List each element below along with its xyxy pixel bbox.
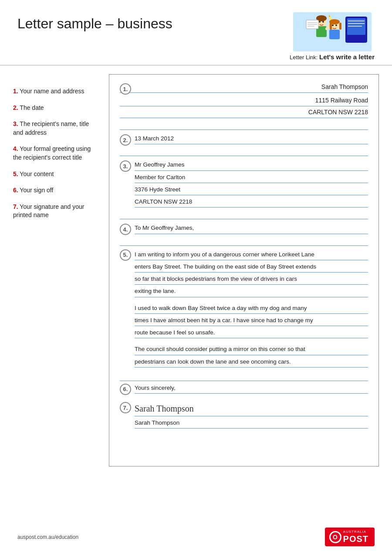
- sender-address1-line: 1115 Railway Road: [120, 97, 368, 106]
- sender-name-line: Sarah Thompson: [120, 83, 368, 93]
- auspost-australia: AUSTRALIA: [343, 530, 368, 534]
- signature-content: Sarah Thompson Sarah Thompson: [135, 402, 368, 431]
- label-num-1: 1.: [13, 88, 18, 95]
- auspost-o-icon: O: [329, 531, 341, 543]
- body-line-7: route because I feel so unsafe.: [135, 328, 368, 338]
- section-3-recipient: 3. Mr Geoffrey James Member for Carlton …: [120, 160, 368, 210]
- circle-2: 2.: [120, 134, 131, 146]
- label-text-4: Your formal greeting using the recipient…: [13, 145, 91, 161]
- label-item-1: 1. Your name and address: [13, 87, 100, 96]
- signature-cursive-line: Sarah Thompson: [135, 402, 368, 416]
- circle-7: 7.: [120, 402, 131, 413]
- label-item-3: 3. The recipient's name, title and addre…: [13, 120, 100, 137]
- label-num-4: 4.: [13, 145, 18, 152]
- date-line: 13 March 2012: [135, 134, 368, 144]
- label-num-2: 2.: [13, 104, 18, 111]
- recipient-address1-line: 3376 Hyde Street: [135, 185, 368, 195]
- recipient-name-line: Mr Geoffrey James: [135, 160, 368, 170]
- label-text-7: Your signature and your printed name: [13, 203, 84, 219]
- label-num-6: 6.: [13, 187, 18, 194]
- body-line-9: pedestrians can look down the lane and s…: [135, 358, 368, 368]
- svg-rect-17: [330, 23, 332, 30]
- body-line-1: I am writing to inform you of a dangerou…: [135, 250, 368, 260]
- svg-rect-15: [329, 30, 340, 39]
- section-2-date: 2. 13 March 2012: [120, 134, 368, 146]
- printed-name-line: Sarah Thompson: [135, 419, 368, 429]
- recipient-content: Mr Geoffrey James Member for Carlton 337…: [135, 160, 368, 210]
- label-text-3: The recipient's name, title and address: [13, 120, 89, 136]
- svg-point-19: [332, 24, 334, 26]
- greeting-line: To Mr Geoffrey James,: [135, 224, 368, 234]
- label-item-5: 5. Your content: [13, 170, 100, 179]
- page-title: Letter sample – business: [17, 16, 172, 32]
- signoff-line: Yours sincerely,: [135, 384, 368, 394]
- label-num-5: 5.: [13, 170, 18, 177]
- labels-panel: 1. Your name and address 2. The date 3. …: [13, 74, 100, 466]
- page-footer: auspost.com.au/education O AUSTRALIA POS…: [0, 528, 392, 546]
- body-line-3: so far that it blocks pedestrians from t…: [135, 275, 368, 285]
- circle-6: 6.: [120, 384, 131, 395]
- recipient-title-line: Member for Carlton: [135, 173, 368, 183]
- label-num-3: 3.: [13, 120, 18, 127]
- body-line-5: I used to walk down Bay Street twice a d…: [135, 304, 368, 314]
- date-content: 13 March 2012: [135, 134, 368, 146]
- label-text-1: Your name and address: [20, 88, 84, 95]
- signature-cursive: Sarah Thompson: [135, 404, 194, 413]
- page-header: Letter sample – business: [0, 0, 392, 65]
- mascot-image: [293, 12, 372, 51]
- label-text-2: The date: [20, 104, 44, 111]
- main-content: 1. Your name and address 2. The date 3. …: [0, 65, 392, 475]
- circle-1: 1.: [120, 83, 131, 95]
- label-item-6: 6. Your sign off: [13, 186, 100, 195]
- section-1-sender-address: 1. Sarah Thompson 1115 Railway Road CARL…: [120, 83, 368, 120]
- label-item-7: 7. Your signature and your printed name: [13, 203, 100, 220]
- header-right: Letter Link: Let's write a letter: [290, 12, 375, 61]
- auspost-logo: O AUSTRALIA POST: [325, 528, 375, 546]
- svg-point-10: [322, 21, 324, 23]
- label-num-7: 7.: [13, 203, 18, 210]
- label-text-6: Your sign off: [20, 187, 53, 194]
- footer-url: auspost.com.au/education: [17, 534, 78, 540]
- svg-rect-18: [339, 23, 341, 30]
- auspost-text: AUSTRALIA POST: [343, 530, 368, 544]
- svg-point-9: [319, 21, 321, 23]
- label-item-4: 4. Your formal greeting using the recipi…: [13, 145, 100, 162]
- section-7-signature: 7. Sarah Thompson Sarah Thompson: [120, 402, 368, 431]
- body-content: I am writing to inform you of a dangerou…: [135, 250, 368, 370]
- label-item-2: 2. The date: [13, 104, 100, 112]
- circle-3: 3.: [120, 160, 131, 172]
- recipient-address2-line: CARLTON NSW 2218: [135, 197, 368, 208]
- body-line-4: exiting the lane.: [135, 287, 368, 297]
- signoff-content: Yours sincerely,: [135, 384, 368, 396]
- section-4-greeting: 4. To Mr Geoffrey James,: [120, 224, 368, 236]
- svg-point-20: [335, 24, 337, 26]
- body-line-6: times I have almost been hit by a car. I…: [135, 316, 368, 326]
- auspost-post: POST: [343, 534, 368, 544]
- circle-5: 5.: [120, 249, 131, 261]
- letter-link-label: Letter Link: Let's write a letter: [290, 53, 375, 61]
- section-5-body: 5. I am writing to inform you of a dange…: [120, 250, 368, 370]
- circle-4: 4.: [120, 224, 131, 235]
- section-6-signoff: 6. Yours sincerely,: [120, 384, 368, 396]
- body-line-2: enters Bay Street. The building on the e…: [135, 262, 368, 272]
- greeting-content: To Mr Geoffrey James,: [135, 224, 368, 236]
- letter-panel: 1. Sarah Thompson 1115 Railway Road CARL…: [109, 74, 379, 466]
- label-text-5: Your content: [20, 170, 54, 177]
- sender-address2-line: CARLTON NSW 2218: [120, 109, 368, 118]
- body-line-8: The council should consider putting a mi…: [135, 345, 368, 355]
